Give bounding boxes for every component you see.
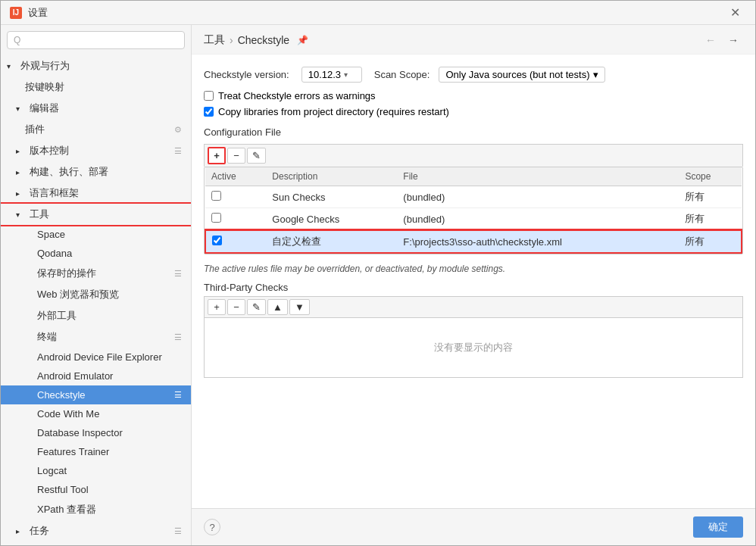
third-party-title: Third-Party Checks	[204, 282, 743, 293]
table-row-selected[interactable]: 自定义检查 F:\projects3\sso-auth\checkstyle.x…	[205, 230, 742, 253]
sidebar-item-xpath[interactable]: XPath 查看器	[1, 499, 191, 520]
third-party-remove-button[interactable]: −	[227, 299, 245, 315]
sidebar-item-label: 构建、执行、部署	[30, 165, 108, 179]
sidebar-item-android-emulator[interactable]: Android Emulator	[1, 367, 191, 385]
sidebar-item-qodana[interactable]: Qodana	[1, 244, 191, 263]
row-active-checkbox[interactable]	[211, 191, 221, 201]
sidebar-item-build[interactable]: ▸ 构建、执行、部署	[1, 161, 191, 183]
treat-warnings-row: Treat Checkstyle errors as warnings	[204, 90, 743, 101]
sidebar-item-save-actions[interactable]: 保存时的操作 ☰	[1, 263, 191, 284]
third-party-up-button[interactable]: ▲	[267, 299, 288, 315]
scan-scope-row: Scan Scope: Only Java sources (but not t…	[374, 67, 606, 83]
sidebar-item-restful-tool[interactable]: Restful Tool	[1, 480, 191, 499]
third-party-empty-label: 没有要显示的内容	[434, 341, 513, 354]
breadcrumb-current: Checkstyle	[238, 34, 289, 46]
chevron-icon: ▸	[16, 527, 25, 535]
sidebar-item-label: Checkstyle	[37, 389, 86, 401]
row-active-checkbox[interactable]	[211, 213, 221, 223]
close-button[interactable]: ✕	[724, 2, 746, 23]
sidebar-item-tools[interactable]: ▾ 工具	[1, 204, 191, 225]
table-header-row: Active Description File Scope	[205, 167, 742, 186]
sidebar-item-appearance[interactable]: ▾ 外观与行为	[1, 55, 191, 76]
config-toolbar: + − ✎	[204, 144, 743, 167]
scan-dropdown-arrow-icon: ▾	[593, 69, 598, 80]
confirm-button[interactable]: 确定	[693, 516, 743, 538]
version-select[interactable]: 10.12.3 ▾	[301, 67, 362, 83]
sidebar-right-icon: ☰	[174, 390, 182, 400]
cell-active[interactable]	[205, 208, 266, 231]
search-icon: Q	[14, 35, 20, 45]
help-button[interactable]: ?	[204, 519, 220, 535]
sidebar-item-vcs[interactable]: ▸ 版本控制 ☰	[1, 140, 191, 161]
sidebar-item-tasks[interactable]: ▸ 任务 ☰	[1, 520, 191, 541]
sidebar-item-checkstyle[interactable]: Checkstyle ☰	[1, 385, 191, 404]
search-input[interactable]	[23, 35, 178, 45]
main-panel: 工具 › Checkstyle 📌 ← → Checkstyle version…	[192, 25, 755, 545]
sidebar-item-database-inspector[interactable]: Database Inspector	[1, 423, 191, 442]
pin-icon[interactable]: 📌	[297, 35, 308, 45]
sidebar-item-android-file[interactable]: Android Device File Explorer	[1, 348, 191, 367]
col-scope: Scope	[679, 167, 742, 186]
sidebar-item-editor[interactable]: ▾ 编辑器	[1, 98, 191, 119]
add-config-button[interactable]: +	[208, 147, 226, 164]
cell-description: Sun Checks	[266, 186, 397, 208]
sidebar-item-terminal[interactable]: 终端 ☰	[1, 326, 191, 348]
cell-scope: 所有	[679, 230, 742, 253]
chevron-icon: ▸	[16, 168, 25, 176]
sidebar-item-logcat[interactable]: Logcat	[1, 461, 191, 480]
main-content: Checkstyle version: 10.12.3 ▾ Scan Scope…	[192, 55, 755, 508]
sidebar-item-label: Logcat	[37, 465, 67, 476]
sidebar-item-label: Android Emulator	[37, 370, 113, 382]
sidebar-item-space[interactable]: Space	[1, 225, 191, 244]
search-box[interactable]: Q	[7, 31, 185, 49]
chevron-icon: ▾	[7, 62, 16, 70]
sidebar-item-label: 任务	[30, 524, 49, 538]
sidebar-item-code-with-me[interactable]: Code With Me	[1, 404, 191, 423]
sidebar-item-label: Web 浏览器和预览	[37, 288, 119, 301]
nav-forward-button[interactable]: →	[723, 33, 743, 48]
config-file-title: Configuration File	[204, 126, 743, 138]
copy-libraries-checkbox[interactable]	[204, 107, 214, 117]
config-table-container: Active Description File Scope Sun Checks…	[204, 167, 743, 254]
remove-config-button[interactable]: −	[227, 148, 245, 164]
cell-active[interactable]	[205, 230, 266, 253]
sidebar-item-label: 工具	[30, 207, 49, 221]
sidebar-item-keymap[interactable]: 按键映射	[1, 76, 191, 98]
sidebar-item-ext-tools[interactable]: 外部工具	[1, 305, 191, 326]
table-row[interactable]: Sun Checks (bundled) 所有	[205, 186, 742, 208]
sidebar-item-features-trainer[interactable]: Features Trainer	[1, 442, 191, 461]
sidebar-right-icon: ⚙	[174, 125, 182, 135]
sidebar-item-plugins[interactable]: 插件 ⚙	[1, 119, 191, 140]
sidebar-item-lang[interactable]: ▸ 语言和框架	[1, 183, 191, 204]
treat-warnings-checkbox[interactable]	[204, 91, 214, 101]
sidebar: Q ▾ 外观与行为 按键映射 ▾ 编辑器 插件 ⚙	[1, 25, 192, 545]
sidebar-item-label: Restful Tool	[37, 484, 89, 495]
breadcrumb-separator: ›	[230, 34, 233, 46]
sidebar-item-label: Qodana	[37, 248, 72, 259]
sidebar-item-web-browser[interactable]: Web 浏览器和预览	[1, 284, 191, 305]
window-title: 设置	[28, 6, 724, 20]
scan-scope-select[interactable]: Only Java sources (but not tests) ▾	[439, 67, 605, 83]
table-row[interactable]: Google Checks (bundled) 所有	[205, 208, 742, 231]
sidebar-right-icon: ☰	[174, 146, 182, 156]
sidebar-item-label: 外观与行为	[20, 59, 70, 73]
sidebar-item-label: 版本控制	[30, 144, 69, 158]
breadcrumb-parent: 工具	[204, 33, 225, 47]
row-active-checkbox[interactable]	[212, 236, 222, 245]
third-party-add-button[interactable]: +	[208, 299, 226, 315]
col-description: Description	[266, 167, 397, 186]
logo-text: IJ	[13, 8, 19, 17]
app-logo: IJ	[10, 7, 22, 19]
footer: ? 确定	[192, 508, 755, 545]
breadcrumb: 工具 › Checkstyle 📌	[204, 33, 695, 47]
version-row: Checkstyle version: 10.12.3 ▾ Scan Scope…	[204, 67, 743, 83]
nav-back-button[interactable]: ←	[701, 33, 720, 48]
config-table: Active Description File Scope Sun Checks…	[205, 167, 742, 254]
third-party-toolbar: + − ✎ ▲ ▼	[204, 296, 743, 317]
third-party-edit-button[interactable]: ✎	[247, 299, 266, 315]
third-party-down-button[interactable]: ▼	[289, 299, 310, 315]
cell-active[interactable]	[205, 186, 266, 208]
edit-config-button[interactable]: ✎	[247, 148, 266, 164]
sidebar-item-label: Android Device File Explorer	[37, 351, 162, 363]
scan-scope-value: Only Java sources (but not tests)	[445, 69, 589, 80]
